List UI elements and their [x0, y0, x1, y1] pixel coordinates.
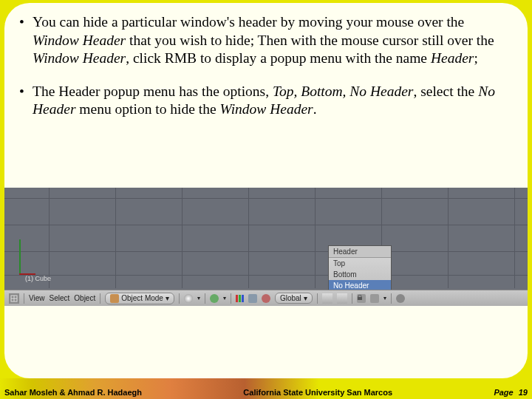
page-number: 19	[519, 388, 528, 397]
render-icon[interactable]	[396, 294, 405, 303]
mode-dropdown[interactable]: Object Mode ▾	[105, 293, 174, 304]
emph: Window Header	[219, 101, 313, 117]
text: , click RMB to display a popup menu with…	[126, 50, 431, 66]
popup-title: Header	[329, 246, 391, 258]
menu-object[interactable]: Object	[74, 294, 95, 302]
axis-y-icon	[19, 239, 21, 275]
text: You can hide a particular window's heade…	[33, 14, 464, 30]
layers-icon[interactable]	[322, 293, 332, 304]
chevron-down-icon: ▾	[304, 294, 307, 302]
footer-authors: Sahar Mosleh & Ahmad R. Hadaegh	[4, 388, 142, 397]
blender-screenshot: (1) Cube Header Top Bottom No Header Vie…	[4, 188, 528, 306]
text: that you wish to hide; Then with the mou…	[126, 33, 494, 48]
transform-icon[interactable]	[248, 294, 257, 303]
emph: Top, Bottom, No Header	[273, 83, 414, 99]
text: .	[313, 101, 317, 117]
mode-label: Object Mode	[121, 294, 163, 302]
orientation-dropdown[interactable]: Global ▾	[275, 293, 313, 304]
footer-page: Page 19	[494, 388, 528, 397]
menu-select[interactable]: Select	[50, 294, 70, 302]
chevron-down-icon: ▾	[197, 295, 200, 301]
bullet-1: You can hide a particular window's heade…	[33, 13, 508, 68]
popup-item-bottom[interactable]: Bottom	[329, 269, 391, 280]
lock-icon[interactable]	[357, 294, 366, 303]
bullet-2: The Header popup menu has the options, T…	[33, 83, 508, 119]
svg-rect-3	[358, 297, 362, 300]
chevron-down-icon: ▾	[383, 295, 386, 301]
text: , select the	[413, 83, 478, 99]
emph: Window Header	[33, 33, 126, 48]
layers-icon-2[interactable]	[337, 293, 347, 304]
emph: Header	[431, 50, 474, 66]
menu-view[interactable]: View	[29, 294, 45, 302]
shading-icon-1[interactable]	[184, 294, 193, 303]
manipulator-icon[interactable]	[262, 294, 270, 303]
text: menu option to hide the	[75, 101, 219, 117]
snap-icon[interactable]	[370, 294, 379, 303]
object-label: (1) Cube	[25, 275, 51, 282]
editor-type-icon[interactable]	[9, 293, 19, 304]
text: The Header popup menu has the options,	[33, 83, 273, 99]
emph: Window Header	[33, 50, 126, 66]
axis-xyz-icon[interactable]	[236, 295, 244, 302]
page-label: Page	[494, 388, 513, 397]
3d-viewport: (1) Cube Header Top Bottom No Header Vie…	[4, 188, 528, 306]
window-header-bar[interactable]: View Select Object Object Mode ▾ ▾ ▾ Glo…	[4, 290, 528, 306]
pivot-icon[interactable]	[210, 294, 219, 303]
chevron-down-icon: ▾	[166, 294, 169, 302]
header-popup-menu: Header Top Bottom No Header	[328, 245, 392, 292]
slide-footer: Sahar Mosleh & Ahmad R. Hadaegh Californ…	[0, 378, 532, 399]
text: ;	[474, 50, 477, 66]
orientation-label: Global	[280, 294, 301, 302]
cube-icon	[110, 294, 119, 303]
popup-item-top[interactable]: Top	[329, 258, 391, 269]
chevron-down-icon: ▾	[223, 295, 226, 301]
footer-university: California State University San Marcos	[142, 388, 494, 397]
